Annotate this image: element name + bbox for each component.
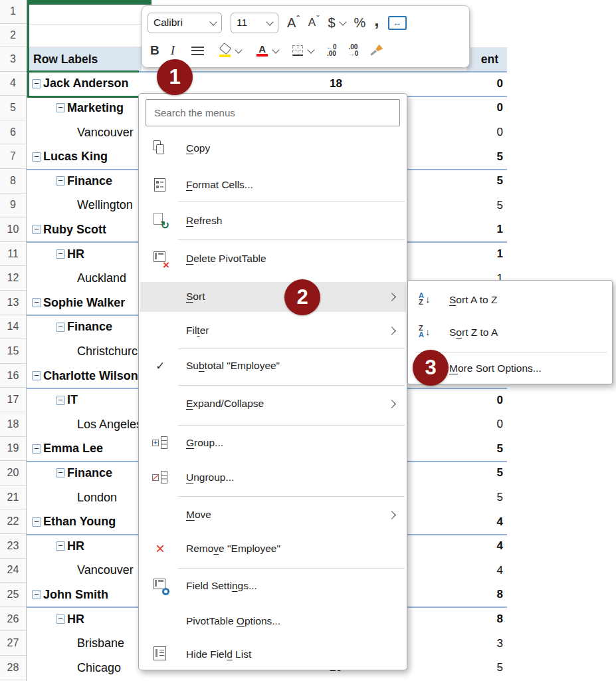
menu-item-filter[interactable]: Filter <box>140 317 406 344</box>
value-cell[interactable]: 1 <box>497 217 503 242</box>
row-number-5[interactable]: 5 <box>0 96 26 120</box>
value-cell[interactable]: 8 <box>497 583 503 607</box>
collapse-button[interactable]: − <box>56 176 65 186</box>
row-label-cell[interactable]: Brisbane <box>77 631 124 656</box>
value-cell[interactable]: 0 <box>497 96 503 120</box>
row-number-26[interactable]: 26 <box>0 607 26 632</box>
row-number-1[interactable]: 1 <box>0 0 26 24</box>
value-cell[interactable]: 5 <box>497 437 503 462</box>
accounting-format-button[interactable]: $ <box>328 15 345 31</box>
collapse-button[interactable]: − <box>56 249 65 259</box>
menu-item-sort-z-to-a[interactable]: ZA↓Sort Z to A <box>409 319 611 346</box>
menu-item-group[interactable]: +Group... <box>140 430 406 456</box>
row-label-cell[interactable]: HR <box>67 242 84 267</box>
increase-font-size-button[interactable]: Aˆ <box>287 15 300 31</box>
row-label-cell[interactable]: Christchurch <box>77 339 144 364</box>
menu-item-field-settings[interactable]: Field Settings... <box>140 573 406 599</box>
values-column-header-cell[interactable]: ent <box>466 47 507 72</box>
count-value-cell[interactable]: 18 <box>330 72 342 96</box>
row-label-cell[interactable]: London <box>77 485 117 510</box>
row-label-cell[interactable]: Sophie Walker <box>43 291 125 315</box>
row-number-3[interactable]: 3 <box>0 47 26 72</box>
menu-item-ungroup[interactable]: Ungroup... <box>140 464 406 491</box>
value-cell[interactable]: 8 <box>497 607 503 632</box>
row-label-cell[interactable]: Vancouver <box>77 120 134 145</box>
row-number-16[interactable]: 16 <box>0 364 26 388</box>
borders-button[interactable] <box>292 45 314 56</box>
row-number-8[interactable]: 8 <box>0 169 26 194</box>
row-label-cell[interactable]: John Smith <box>43 583 108 607</box>
decrease-font-size-button[interactable]: Aˇ <box>308 16 320 29</box>
font-name-select[interactable]: Calibri <box>148 13 222 33</box>
collapse-button[interactable]: − <box>32 152 41 162</box>
row-label-cell[interactable]: Auckland <box>77 266 126 291</box>
row-label-cell[interactable]: Finance <box>67 169 112 194</box>
row-number-6[interactable]: 6 <box>0 120 26 145</box>
bold-button[interactable]: B <box>150 43 159 58</box>
row-number-2[interactable]: 2 <box>0 24 26 48</box>
row-number-12[interactable]: 12 <box>0 266 26 291</box>
collapse-button[interactable]: − <box>32 444 41 454</box>
row-number-7[interactable]: 7 <box>0 144 26 169</box>
row-number-28[interactable]: 28 <box>0 656 26 680</box>
percent-style-button[interactable]: % <box>354 15 366 31</box>
italic-button[interactable]: I <box>171 43 175 58</box>
row-label-cell[interactable]: Vancouver <box>77 559 134 583</box>
row-number-13[interactable]: 13 <box>0 291 26 315</box>
row-label-cell[interactable]: IT <box>67 388 78 412</box>
font-color-button[interactable]: A <box>257 45 278 57</box>
collapse-button[interactable]: − <box>32 371 41 380</box>
collapse-button[interactable]: − <box>56 614 65 624</box>
row-label-cell[interactable]: Finance <box>67 315 112 340</box>
format-painter-button[interactable] <box>369 44 384 57</box>
row-label-cell[interactable]: Los Angeles <box>77 412 142 437</box>
collapse-button[interactable]: − <box>56 323 65 332</box>
value-cell[interactable]: 1 <box>497 242 503 267</box>
row-number-9[interactable]: 9 <box>0 194 26 218</box>
value-cell[interactable]: 0 <box>497 388 503 412</box>
collapse-button[interactable]: − <box>56 468 65 477</box>
row-number-14[interactable]: 14 <box>0 315 26 340</box>
row-number-20[interactable]: 20 <box>0 461 26 485</box>
row-label-cell[interactable]: Charlotte Wilson <box>43 364 138 388</box>
menu-item-delete-pivottable[interactable]: ×Delete PivotTable <box>140 245 406 272</box>
menu-item-subtotal-employee[interactable]: ✓Subtotal "Employee" <box>140 352 406 379</box>
collapse-button[interactable]: − <box>32 225 41 234</box>
value-cell[interactable]: 0 <box>497 72 503 96</box>
menu-search-input[interactable] <box>146 99 400 126</box>
row-label-cell[interactable]: HR <box>67 534 84 559</box>
menu-item-format-cells[interactable]: Format Cells... <box>140 172 406 198</box>
row-number-17[interactable]: 17 <box>0 388 26 412</box>
value-cell[interactable]: 4 <box>497 509 503 534</box>
row-number-23[interactable]: 23 <box>0 534 26 559</box>
row-label-cell[interactable]: Emma Lee <box>43 437 103 462</box>
value-cell[interactable]: 5 <box>497 461 503 485</box>
row-label-cell[interactable]: HR <box>67 607 84 632</box>
value-cell[interactable]: 5 <box>497 656 503 680</box>
value-cell[interactable]: 5 <box>497 194 503 218</box>
decrease-decimal-button[interactable]: ←0.00 <box>326 44 337 57</box>
row-number-21[interactable]: 21 <box>0 485 26 510</box>
menu-item-pivottable-options[interactable]: PivotTable Options... <box>140 608 406 634</box>
font-size-select[interactable]: 11 <box>231 13 278 33</box>
value-cell[interactable]: 3 <box>497 631 503 656</box>
menu-item-sort-a-to-z[interactable]: AZ↓Sort A to Z <box>409 287 611 313</box>
collapse-button[interactable]: − <box>56 541 65 551</box>
menu-item-hide-field-list[interactable]: Hide Field List <box>140 641 406 668</box>
row-number-4[interactable]: 4 <box>0 72 26 96</box>
row-label-cell[interactable]: Wellington <box>77 194 133 218</box>
row-number-10[interactable]: 10 <box>0 217 26 242</box>
row-label-cell[interactable]: Ethan Young <box>43 509 116 534</box>
menu-item-refresh[interactable]: ↻Refresh <box>140 207 406 234</box>
row-label-cell[interactable]: Lucas King <box>43 144 108 169</box>
collapse-button[interactable]: − <box>32 517 41 527</box>
merge-center-button[interactable]: ↔ <box>388 16 407 30</box>
row-label-cell[interactable]: Finance <box>67 461 112 485</box>
increase-decimal-button[interactable]: .00→0 <box>348 44 359 57</box>
row-number-15[interactable]: 15 <box>0 339 26 364</box>
menu-item-copy[interactable]: Copy <box>140 135 406 162</box>
value-cell[interactable]: 4 <box>497 559 503 583</box>
menu-item-expand-collapse[interactable]: Expand/Collapse <box>140 390 406 417</box>
comma-style-button[interactable]: , <box>374 22 379 23</box>
value-cell[interactable]: 4 <box>497 534 503 559</box>
